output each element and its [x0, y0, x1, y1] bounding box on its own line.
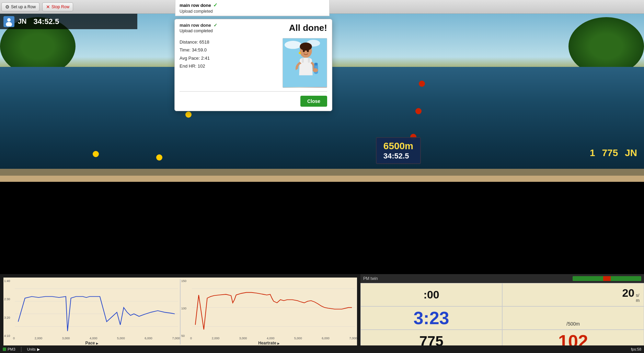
- pm-time-value: :00: [423, 289, 439, 301]
- svg-point-10: [285, 41, 301, 49]
- svg-point-21: [307, 50, 309, 52]
- user-time: 34:52.5: [34, 17, 59, 26]
- pace-y-axis: 1:40 2:30 3:20 4:10: [4, 279, 10, 338]
- modal-time: Time: 34:59.0: [180, 46, 283, 54]
- pm-pace-value: 3:23: [413, 308, 449, 328]
- main-row-done-label: main row done ✓: [180, 2, 325, 8]
- svg-point-1: [6, 22, 12, 26]
- race-info: 1 775 JN: [590, 148, 637, 158]
- pm3-label: PM3: [8, 347, 15, 351]
- pm-panel: PM twin :00 20 s/ m 3:23 /500m: [360, 274, 644, 353]
- setup-icon: ⚙: [5, 4, 10, 10]
- units-indicator: Units ▶: [27, 347, 40, 352]
- modal-main-row-done: main row done ✓: [180, 23, 217, 28]
- pace-chart-label: Pace: [3, 341, 180, 345]
- completion-modal: main row done ✓ Upload completed All don…: [174, 19, 332, 111]
- svg-rect-15: [308, 58, 310, 63]
- pm-time-cell: :00: [360, 283, 502, 306]
- user-name: JN: [18, 17, 27, 25]
- buoy-yellow-4: [156, 154, 162, 161]
- svg-point-20: [303, 50, 305, 52]
- pm-per500-cell: /500m: [502, 306, 644, 330]
- distance-box: 6500m 34:52.5: [376, 137, 421, 164]
- time-value: 34:52.5: [383, 152, 413, 161]
- pm-spm-unit-s: s/: [636, 293, 639, 298]
- modal-stats: Distance: 6518 Time: 34:59.0 Avg Pace: 2…: [180, 38, 283, 88]
- charts-area: 1:40 2:30 3:20 4:10 0 2,000 3,000 4,000: [0, 274, 360, 353]
- pm-spm-unit-m: m: [636, 298, 640, 303]
- scene-progress-bar: [0, 169, 644, 176]
- units-arrow-icon: ▶: [37, 347, 40, 352]
- stop-icon: ✕: [46, 4, 50, 10]
- svg-point-0: [7, 18, 11, 22]
- svg-rect-14: [302, 58, 304, 63]
- heartrate-chart: 150 100 50 0 2,000 3,000 4,000 5,000 6,0…: [181, 278, 357, 346]
- pace-chart: 1:40 2:30 3:20 4:10 0 2,000 3,000 4,000: [3, 278, 180, 346]
- pm-panel-header: PM twin: [360, 274, 644, 283]
- pm-title: PM twin: [363, 276, 378, 281]
- svg-point-13: [300, 43, 312, 51]
- hr-y-axis: 150 100 50: [181, 279, 186, 338]
- notification-bar: main row done ✓ Upload completed: [175, 0, 330, 16]
- buoy-red-2: [415, 108, 422, 114]
- user-bar: JN 34:52.5: [0, 14, 137, 29]
- svg-point-18: [313, 68, 318, 72]
- setup-row-button[interactable]: ⚙ Set up a Row: [1, 2, 39, 11]
- svg-point-19: [299, 52, 301, 54]
- modal-upload-status: Upload completed: [180, 28, 217, 33]
- modal-distance: Distance: 6518: [180, 38, 283, 46]
- pm-grid: :00 20 s/ m 3:23 /500m 775 m 102: [360, 283, 644, 353]
- pm-per500-text: /500m: [566, 321, 580, 327]
- stop-row-button[interactable]: ✕ Stop Row: [42, 2, 73, 11]
- pm3-indicator: PM3: [3, 347, 15, 351]
- pm-bar: [573, 276, 641, 281]
- pm-bar-green2: [611, 276, 641, 281]
- modal-header: main row done ✓ Upload completed All don…: [175, 19, 332, 35]
- modal-avg-pace: Avg Pace: 2:41: [180, 54, 283, 62]
- checkmark-icon: ✓: [213, 2, 218, 8]
- modal-footer: Close: [175, 92, 332, 111]
- upload-completed-label: Upload completed: [180, 9, 325, 14]
- fps-counter: fps:58: [631, 347, 641, 351]
- buoy-yellow-1: [185, 111, 192, 118]
- modal-end-hr: End HR: 102: [180, 62, 283, 70]
- pm-spm-cell: 20 s/ m: [502, 283, 644, 306]
- pm3-green-dot: [3, 348, 6, 351]
- pm-bar-green1: [573, 276, 603, 281]
- race-meters: 775: [602, 148, 618, 158]
- scene-sand: [0, 176, 644, 182]
- buoy-red-1: [419, 81, 425, 87]
- modal-photo: [283, 38, 327, 88]
- pace-arrow-icon: [96, 341, 98, 345]
- race-position: 1: [590, 148, 595, 158]
- svg-rect-17: [314, 63, 318, 66]
- heartrate-chart-label: Heartrate: [181, 341, 357, 345]
- user-avatar: [3, 16, 14, 27]
- hr-arrow-icon: [277, 341, 279, 345]
- modal-body: Distance: 6518 Time: 34:59.0 Avg Pace: 2…: [175, 35, 332, 91]
- charts-background: 1:40 2:30 3:20 4:10 0 2,000 3,000 4,000: [3, 278, 357, 346]
- buoy-yellow-2: [93, 151, 99, 157]
- pm-spm-value: 20: [622, 287, 635, 299]
- race-name: JN: [625, 148, 637, 158]
- units-label: Units: [27, 347, 36, 351]
- pm-pace-cell: 3:23: [360, 306, 502, 330]
- status-bar: PM3 | Units ▶ fps:58: [0, 345, 644, 353]
- distance-value: 6500m: [383, 141, 413, 152]
- close-button[interactable]: Close: [300, 96, 327, 107]
- modal-status: main row done ✓ Upload completed: [180, 23, 217, 33]
- modal-check-icon: ✓: [214, 23, 217, 28]
- modal-title: All done!: [289, 23, 327, 33]
- pm-bar-red: [603, 276, 611, 281]
